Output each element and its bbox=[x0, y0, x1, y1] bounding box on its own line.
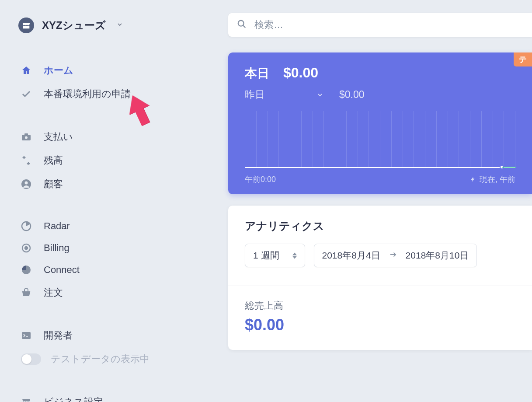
nav-label: 注文 bbox=[44, 286, 63, 299]
compare-period-select[interactable]: 昨日 bbox=[245, 88, 323, 101]
nav-connect[interactable]: Connect bbox=[18, 259, 192, 281]
svg-point-11 bbox=[238, 21, 244, 26]
nav-label: ホーム bbox=[44, 64, 73, 77]
nav-label: Connect bbox=[44, 264, 80, 276]
nav-label: 支払い bbox=[44, 130, 73, 143]
test-badge: テ bbox=[514, 52, 532, 66]
svg-rect-2 bbox=[24, 133, 28, 135]
svg-point-1 bbox=[25, 136, 28, 139]
analytics-card: アナリティクス 1 週間 2018年8月4日 2018年8月10日 総売上高 $… bbox=[228, 206, 532, 350]
nav-customers[interactable]: 顧客 bbox=[18, 172, 192, 196]
terminal-icon bbox=[21, 330, 31, 341]
chart-start-label: 午前0:00 bbox=[245, 174, 276, 185]
metric-label: 総売上高 bbox=[245, 299, 515, 312]
nav-label: 残高 bbox=[44, 154, 63, 167]
nav-activate[interactable]: 本番環境利用の申請 bbox=[18, 82, 192, 106]
chart-now-label: 現在, 午前 bbox=[470, 174, 515, 185]
radar-icon bbox=[21, 221, 31, 231]
home-icon bbox=[21, 65, 31, 76]
connect-icon bbox=[21, 265, 31, 275]
nav-label: Radar bbox=[44, 220, 70, 232]
account-switcher[interactable]: XYZシューズ bbox=[18, 17, 192, 33]
store-avatar-icon bbox=[18, 17, 34, 33]
chevron-down-icon bbox=[316, 91, 323, 98]
nav-label: 開発者 bbox=[44, 329, 73, 342]
checkmark-icon bbox=[21, 89, 31, 99]
nav-label: Billing bbox=[44, 242, 70, 254]
today-chart bbox=[245, 111, 515, 168]
arrow-right-icon bbox=[389, 250, 397, 261]
bolt-icon bbox=[470, 176, 476, 182]
basket-icon bbox=[21, 287, 31, 298]
nav-label: ビジネス設定 bbox=[44, 395, 103, 402]
analytics-title: アナリティクス bbox=[245, 219, 515, 233]
date-range-select[interactable]: 2018年8月4日 2018年8月10日 bbox=[314, 244, 477, 267]
camera-icon bbox=[21, 132, 31, 142]
svg-point-4 bbox=[25, 182, 28, 185]
chevron-down-icon bbox=[116, 21, 123, 30]
period-select[interactable]: 1 週間 bbox=[245, 244, 305, 267]
date-to: 2018年8月10日 bbox=[406, 249, 469, 262]
search-icon bbox=[237, 19, 247, 31]
testdata-toggle[interactable]: テストデータの表示中 bbox=[18, 347, 192, 371]
nav-developers[interactable]: 開発者 bbox=[18, 324, 192, 347]
compare-label: 昨日 bbox=[245, 88, 265, 101]
toggle-switch-icon[interactable] bbox=[21, 353, 41, 365]
transfer-icon bbox=[21, 155, 31, 166]
chart-compare-line-icon bbox=[502, 167, 516, 168]
nav-label: 顧客 bbox=[44, 178, 63, 191]
account-name: XYZシューズ bbox=[42, 18, 106, 32]
search-bar[interactable] bbox=[228, 13, 532, 37]
nav-orders[interactable]: 注文 bbox=[18, 281, 192, 304]
nav-radar[interactable]: Radar bbox=[18, 215, 192, 237]
sort-icon bbox=[292, 252, 297, 259]
search-input[interactable] bbox=[254, 19, 523, 31]
billing-icon bbox=[21, 243, 31, 253]
nav-billing[interactable]: Billing bbox=[18, 237, 192, 259]
today-label: 本日 bbox=[245, 65, 269, 82]
today-amount: $0.00 bbox=[283, 65, 318, 81]
nav-payments[interactable]: 支払い bbox=[18, 125, 192, 149]
user-icon bbox=[21, 179, 31, 189]
nav-balance[interactable]: 残高 bbox=[18, 149, 192, 172]
nav-settings[interactable]: ビジネス設定 bbox=[18, 390, 192, 402]
svg-point-7 bbox=[25, 247, 28, 249]
compare-amount: $0.00 bbox=[339, 89, 365, 101]
nav-home[interactable]: ホーム bbox=[18, 59, 192, 82]
svg-rect-9 bbox=[22, 332, 31, 339]
svg-line-12 bbox=[243, 25, 246, 28]
toggle-label: テストデータの表示中 bbox=[51, 353, 150, 366]
period-value: 1 週間 bbox=[253, 249, 279, 262]
store-settings-icon bbox=[21, 397, 31, 402]
today-overview-card: テ 本日 $0.00 昨日 $0.00 bbox=[228, 52, 532, 194]
metric-value: $0.00 bbox=[245, 316, 515, 334]
date-from: 2018年8月4日 bbox=[322, 249, 380, 262]
